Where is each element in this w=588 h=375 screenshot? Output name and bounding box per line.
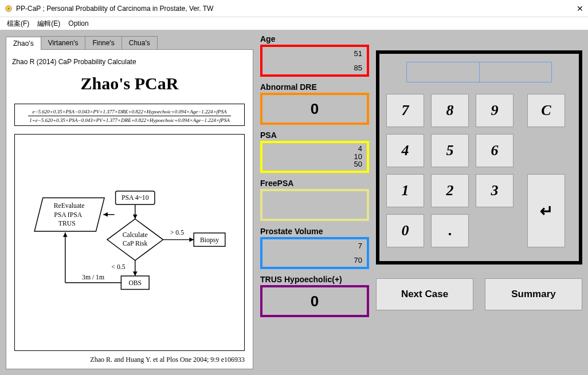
pv-label: Prostate Volume	[260, 227, 369, 236]
field-psa: PSA 4 10 50	[260, 131, 369, 173]
menu-edit[interactable]: 編輯(E)	[34, 18, 64, 30]
inputs-panel: Age 51 85 Abnormal DRE 0 PSA 4 10 50 Fre…	[260, 34, 369, 369]
citation: Zhao R. and Huang Y. et al Plos One 2004…	[12, 351, 247, 364]
trus-label: TRUS Hypoecholic(+)	[260, 275, 369, 284]
trus-value: 0	[262, 287, 367, 315]
key-dot[interactable]: .	[431, 214, 469, 247]
fpsa-label: FreePSA	[260, 179, 369, 188]
display-right[interactable]	[479, 62, 552, 82]
key-4[interactable]: 4	[386, 134, 424, 167]
field-trus: TRUS Hypoecholic(+) 0	[260, 275, 369, 317]
psa-top: 4	[358, 144, 362, 153]
summary-button[interactable]: Summary	[485, 278, 582, 310]
key-3[interactable]: 3	[476, 174, 513, 207]
key-clear[interactable]: C	[527, 94, 565, 127]
key-8[interactable]: 8	[431, 94, 469, 127]
bottom-buttons: Next Case Summary	[376, 278, 582, 310]
key-6[interactable]: 6	[476, 134, 513, 167]
flow-lt: < 0.5	[111, 263, 125, 271]
calculator: 7 8 9 C 4 5 6 1 2 3 ↵ 0 .	[376, 50, 582, 265]
menu-option[interactable]: Option	[65, 18, 92, 29]
formula-box: e−5.620+0.35×PSA−0.043×PV+1.377×DRE+0.82…	[14, 104, 245, 126]
key-0[interactable]: 0	[386, 214, 424, 247]
doc-caption: Zhao R (2014) CaP Probability Calculate	[12, 58, 247, 66]
app-icon	[5, 5, 13, 13]
display-left[interactable]	[406, 62, 479, 82]
tab-strip: Zhao's Virtanen's Finne's Chua's	[6, 34, 253, 49]
field-age: Age 51 85	[260, 34, 369, 77]
field-dre: Abnormal DRE 0	[260, 82, 369, 125]
key-5[interactable]: 5	[431, 134, 469, 167]
key-2[interactable]: 2	[431, 174, 469, 207]
titlebar: PP-CaP ; Personal Probability of Carcino…	[0, 0, 588, 17]
key-7[interactable]: 7	[386, 94, 424, 127]
left-panel: Zhao's Virtanen's Finne's Chua's Zhao R …	[6, 34, 253, 369]
dre-value: 0	[262, 95, 367, 123]
tab-virtanen[interactable]: Virtanen's	[41, 36, 86, 49]
flow-gt: > 0.5	[170, 229, 184, 236]
work-area: Zhao's Virtanen's Finne's Chua's Zhao R …	[0, 30, 588, 375]
flow-obs: OBS	[128, 279, 142, 287]
svg-marker-10	[189, 238, 194, 242]
svg-point-1	[7, 7, 10, 10]
field-fpsa: FreePSA	[260, 179, 369, 221]
age-label: Age	[260, 34, 369, 44]
field-pv: Prostate Volume 7 70	[260, 227, 369, 269]
pv-bottom: 70	[354, 256, 362, 265]
psa-label: PSA	[260, 131, 369, 140]
tab-chua[interactable]: Chua's	[121, 36, 158, 49]
right-panel: 7 8 9 C 4 5 6 1 2 3 ↵ 0 . Next Case Summ…	[376, 34, 582, 369]
display-row	[386, 62, 572, 82]
tab-finne[interactable]: Finne's	[85, 36, 121, 49]
menubar: 檔案(F) 編輯(E) Option	[0, 17, 588, 30]
svg-marker-13	[133, 271, 138, 276]
key-9[interactable]: 9	[476, 94, 513, 127]
psa-bottom: 50	[354, 160, 362, 168]
age-bottom: 85	[354, 64, 362, 72]
formula-denominator: 1+e−5.620+0.35×PSA−0.043×PV+1.377×DRE+0.…	[28, 116, 231, 123]
svg-marker-4	[133, 215, 138, 219]
age-input[interactable]: 51 85	[260, 45, 369, 77]
menu-file[interactable]: 檔案(F)	[3, 18, 33, 30]
key-enter[interactable]: ↵	[527, 174, 565, 247]
titlebar-left: PP-CaP ; Personal Probability of Carcino…	[5, 5, 213, 13]
flow-loop: 3m / 1m	[82, 274, 104, 281]
doc-title: Zhao's PCaR	[12, 74, 247, 93]
flow-calc1: Calculate	[123, 231, 148, 239]
tab-zhao[interactable]: Zhao's	[6, 37, 41, 50]
age-top: 51	[354, 49, 362, 58]
pv-top: 7	[358, 242, 362, 250]
formula-numerator: e−5.620+0.35×PSA−0.043×PV+1.377×DRE+0.82…	[28, 109, 231, 116]
dre-input[interactable]: 0	[260, 93, 369, 125]
flow-psa: PSA 4~10	[121, 194, 149, 202]
svg-marker-7	[103, 212, 108, 217]
flow-reeval3: TRUS	[58, 220, 76, 227]
dre-label: Abnormal DRE	[260, 82, 369, 92]
flowchart: PSA 4~10 ReEvaluate PSA fPSA TRUS Calcul…	[14, 134, 245, 351]
next-case-button[interactable]: Next Case	[376, 278, 473, 310]
key-1[interactable]: 1	[386, 174, 424, 207]
close-icon[interactable]: ✕	[577, 4, 583, 13]
flow-calc2: CaP Risk	[123, 240, 148, 247]
window-title: PP-CaP ; Personal Probability of Carcino…	[16, 5, 213, 13]
keypad: 7 8 9 C 4 5 6 1 2 3 ↵ 0 .	[386, 94, 572, 251]
document-panel: Zhao R (2014) CaP Probability Calculate …	[6, 49, 253, 369]
trus-input[interactable]: 0	[260, 285, 369, 317]
flow-reeval2: PSA fPSA	[54, 211, 83, 219]
svg-marker-17	[63, 232, 68, 237]
flow-reeval1: ReEvaluate	[54, 202, 85, 210]
pv-input[interactable]: 7 70	[260, 237, 369, 269]
flow-biopsy: Biopsy	[200, 236, 219, 244]
psa-input[interactable]: 4 10 50	[260, 141, 369, 173]
fpsa-input[interactable]	[260, 189, 369, 221]
